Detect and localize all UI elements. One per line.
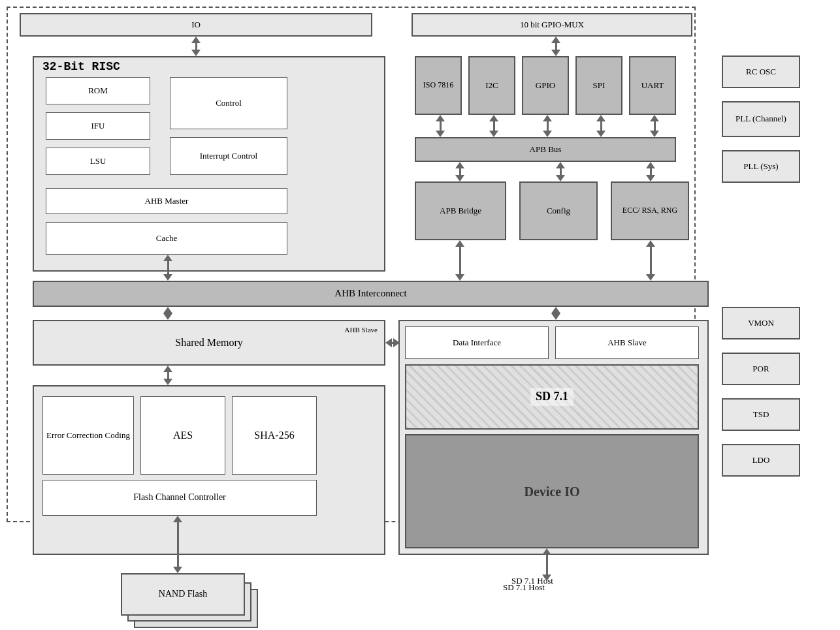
pll-channel-label: PLL (Channel): [735, 114, 786, 125]
ahb-slave2-block: AHB Slave: [555, 326, 699, 359]
ahb-master-block: AHB Master: [46, 188, 287, 214]
ecc-rsa-down-arrow: [646, 240, 655, 281]
vmon-label: VMON: [748, 318, 774, 329]
apb-bus-block: APB Bus: [415, 137, 676, 162]
tsd-block: TSD: [722, 398, 800, 431]
rc-osc-block: RC OSC: [722, 55, 800, 88]
por-block: POR: [722, 353, 800, 385]
spi-arrow: [596, 115, 606, 137]
tsd-label: TSD: [753, 409, 769, 420]
nand-flash-block: NAND Flash: [121, 573, 245, 616]
ahb-slave-label1: AHB Slave: [345, 325, 378, 334]
device-io-block: Device IO: [405, 434, 699, 548]
rc-osc-label: RC OSC: [746, 67, 776, 78]
lsu-block: LSU: [46, 148, 150, 175]
ahb-to-shared-mem-arrow: [163, 307, 172, 320]
gpio-block: GPIO: [522, 56, 569, 115]
pll-channel-block: PLL (Channel): [722, 101, 800, 137]
shared-mem-to-data-iface-arrow: [385, 338, 400, 347]
flash-to-nand-arrow: [173, 516, 182, 573]
sd71-host-label-display: SD 7.1 Host: [503, 582, 545, 593]
config-block: Config: [519, 181, 598, 240]
diagram-container: IO 10 bit GPIO-MUX RC OSC PLL (Channel) …: [7, 7, 830, 620]
shared-mem-to-flash-arrow: [163, 366, 172, 385]
gpio-mux-down-arrow: [551, 37, 560, 56]
ecc-rsa-rng-block: ECC/ RSA, RNG: [611, 181, 689, 240]
ldo-block: LDO: [722, 444, 800, 477]
shared-memory-block: Shared Memory AHB Slave: [33, 320, 385, 366]
sha256-block: SHA-256: [232, 396, 317, 475]
io-block: IO: [20, 13, 372, 37]
apb-bridge-down-arrow: [455, 240, 464, 281]
io-to-risc-arrow: [191, 37, 201, 56]
por-label: POR: [752, 364, 769, 375]
apb-bus-to-config-arrow: [556, 162, 565, 181]
vmon-block: VMON: [722, 307, 800, 339]
io-label: IO: [191, 20, 201, 31]
uart-block: UART: [629, 56, 676, 115]
gpio-mux-label: 10 bit GPIO-MUX: [520, 20, 584, 31]
ahb-interconnect-block: AHB Interconnect: [33, 281, 709, 307]
ahb-to-sd-arrow: [551, 307, 560, 320]
iso7816-block: ISO 7816: [415, 56, 462, 115]
i2c-arrow: [489, 115, 498, 137]
flash-channel-block: Flash Channel Controller: [42, 480, 317, 516]
ecc-block: Error Correction Coding: [42, 396, 134, 475]
apb-bridge-block: APB Bridge: [415, 181, 506, 240]
gpio-arrow: [543, 115, 552, 137]
risc-label: 32-Bit RISC: [42, 60, 120, 73]
pll-sys-block: PLL (Sys): [722, 150, 800, 183]
rom-block: ROM: [46, 77, 150, 104]
gpio-mux-block: 10 bit GPIO-MUX: [412, 13, 692, 37]
apb-bus-to-bridge-arrow: [455, 162, 464, 181]
cache-to-ahb-arrow: [163, 255, 172, 281]
i2c-block: I2C: [468, 56, 515, 115]
control-block: Control: [170, 77, 287, 129]
spi-block: SPI: [575, 56, 622, 115]
aes-block: AES: [140, 396, 225, 475]
uart-arrow: [650, 115, 659, 137]
apb-bus-to-ecc-arrow: [646, 162, 655, 181]
interrupt-control-block: Interrupt Control: [170, 137, 287, 175]
ifu-block: IFU: [46, 112, 150, 140]
data-interface-block: Data Interface: [405, 326, 549, 359]
ldo-label: LDO: [752, 455, 770, 466]
pll-sys-label: PLL (Sys): [743, 161, 778, 172]
cache-block: Cache: [46, 222, 287, 255]
iso7816-arrow: [436, 115, 445, 137]
sd71-host-arrow: [542, 548, 551, 581]
sd71-block: SD 7.1: [405, 364, 699, 430]
